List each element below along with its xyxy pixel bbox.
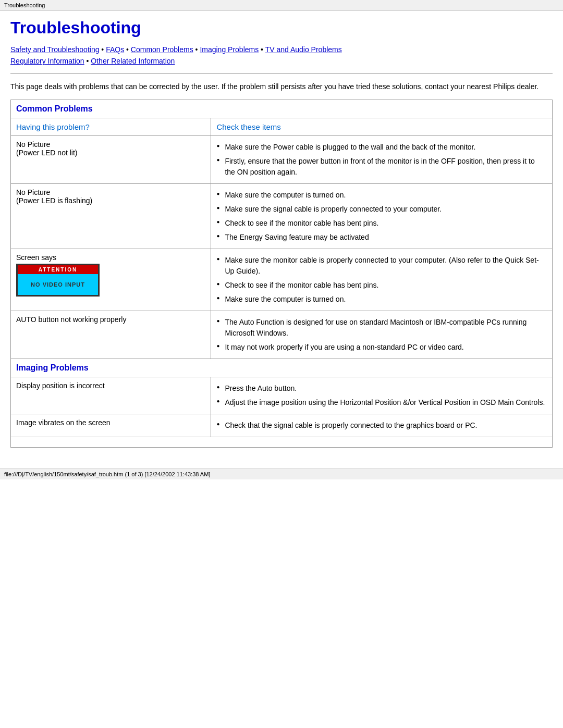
table-row: No Picture(Power LED not lit) Make sure …	[11, 135, 553, 183]
page-title: Troubleshooting	[10, 18, 553, 38]
breadcrumb-faqs[interactable]: FAQs	[106, 45, 124, 54]
breadcrumb-regulatory[interactable]: Regulatory Information	[10, 57, 84, 65]
breadcrumb-common[interactable]: Common Problems	[131, 45, 193, 54]
breadcrumb-tv-audio[interactable]: TV and Audio Problems	[265, 45, 342, 54]
status-bar-text: file:///D|/TV/english/150mt/safety/saf_t…	[4, 471, 210, 477]
list-item: Adjust the image position using the Hori…	[216, 396, 547, 410]
table-row: Display position is incorrect Press the …	[11, 377, 553, 414]
intro-text: This page deals with problems that can b…	[10, 81, 553, 92]
solution-cell-screen-says: Make sure the monitor cable is properly …	[211, 249, 553, 311]
common-problems-title: Common Problems	[16, 104, 93, 113]
no-video-label: NO VIDEO INPUT	[18, 274, 98, 295]
imaging-problems-header: Imaging Problems	[11, 359, 553, 377]
attention-label: ATTENTION	[18, 265, 98, 274]
list-item: Firstly, ensure that the power button in…	[216, 154, 547, 179]
imaging-problems-title: Imaging Problems	[16, 363, 89, 372]
list-item: Make sure the signal cable is properly c…	[216, 202, 547, 216]
problem-cell-vibrate: Image vibrates on the screen	[11, 414, 211, 437]
breadcrumb-imaging[interactable]: Imaging Problems	[200, 45, 259, 54]
common-problems-table: Common Problems Having this problem? Che…	[10, 100, 553, 448]
list-item: Press the Auto button.	[216, 381, 547, 396]
list-item: Check to see if the monitor cable has be…	[216, 216, 547, 230]
solution-cell-2: Make sure the computer is turned on. Mak…	[211, 183, 553, 249]
problem-cell-1: No Picture(Power LED not lit)	[11, 135, 211, 183]
breadcrumb: Safety and Troubleshooting • FAQs • Comm…	[10, 44, 553, 67]
table-row: Screen says ATTENTION NO VIDEO INPUT Mak…	[11, 249, 553, 311]
screen-says-label: Screen says	[16, 253, 56, 262]
list-item: Make sure the computer is turned on.	[216, 292, 547, 306]
problem-cell-2: No Picture(Power LED is flashing)	[11, 183, 211, 249]
problem-cell-display: Display position is incorrect	[11, 377, 211, 414]
divider	[10, 73, 553, 74]
browser-tab-label: Troubleshooting	[4, 2, 45, 8]
status-bar: file:///D|/TV/english/150mt/safety/saf_t…	[0, 468, 563, 479]
col-header-solution: Check these items	[211, 118, 553, 135]
list-item: Check that the signal cable is properly …	[216, 418, 547, 433]
list-item: The Auto Function is designed for use on…	[216, 315, 547, 340]
col-header-problem: Having this problem?	[11, 118, 211, 135]
problem-cell-screen-says: Screen says ATTENTION NO VIDEO INPUT	[11, 249, 211, 311]
solution-cell-auto: The Auto Function is designed for use on…	[211, 311, 553, 359]
list-item: It may not work properly if you are usin…	[216, 340, 547, 354]
table-row: AUTO button not working properly The Aut…	[11, 311, 553, 359]
problem-cell-auto: AUTO button not working properly	[11, 311, 211, 359]
table-row: Image vibrates on the screen Check that …	[11, 414, 553, 437]
breadcrumb-other[interactable]: Other Related Information	[91, 57, 175, 65]
solution-cell-display: Press the Auto button. Adjust the image …	[211, 377, 553, 414]
table-row: No Picture(Power LED is flashing) Make s…	[11, 183, 553, 249]
attention-box: ATTENTION NO VIDEO INPUT	[16, 264, 100, 297]
list-item: The Energy Saving feature may be activat…	[216, 230, 547, 244]
list-item: Check to see if the monitor cable has be…	[216, 278, 547, 292]
browser-tab: Troubleshooting	[0, 0, 563, 11]
table-row-empty	[11, 437, 553, 447]
solution-cell-1: Make sure the Power cable is plugged to …	[211, 135, 553, 183]
common-problems-header: Common Problems	[11, 100, 553, 118]
list-item: Make sure the computer is turned on.	[216, 188, 547, 202]
list-item: Make sure the Power cable is plugged to …	[216, 140, 547, 154]
breadcrumb-safety[interactable]: Safety and Troubleshooting	[10, 45, 99, 54]
list-item: Make sure the monitor cable is properly …	[216, 253, 547, 278]
solution-cell-vibrate: Check that the signal cable is properly …	[211, 414, 553, 437]
